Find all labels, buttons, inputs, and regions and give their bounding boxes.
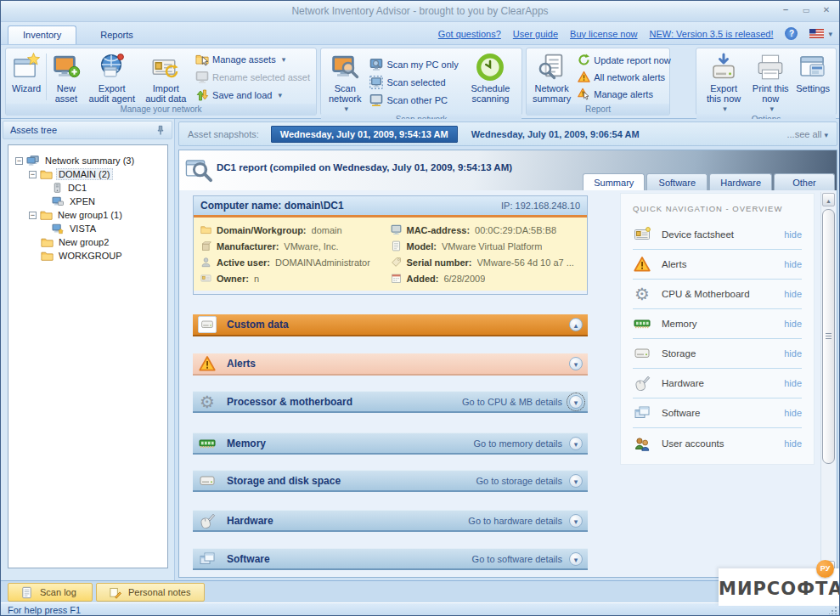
go-to-memory-details-link[interactable]: Go to memory details bbox=[473, 438, 562, 449]
wizard-button[interactable]: Wizard bbox=[8, 50, 44, 104]
maximize-button[interactable] bbox=[798, 3, 814, 17]
section-memory[interactable]: Memory Go to memory details bbox=[193, 432, 588, 455]
hide-link[interactable]: hide bbox=[784, 348, 802, 359]
go-to-cpu-details-link[interactable]: Go to CPU & MB details bbox=[462, 397, 562, 407]
tree-item-label[interactable]: XPEN bbox=[68, 196, 97, 206]
rename-asset-button[interactable]: Rename selected asset bbox=[195, 71, 310, 84]
quicknav-alerts[interactable]: Alerts hide bbox=[633, 250, 802, 280]
snapshot-previous[interactable]: Wednesday, July 01, 2009, 9:06:54 AM bbox=[471, 129, 640, 139]
expand-chevron-icon[interactable] bbox=[569, 514, 583, 528]
new-asset-button[interactable]: New asset bbox=[48, 50, 84, 104]
scan-my-pc-button[interactable]: Scan my PC only bbox=[369, 58, 458, 71]
section-hardware[interactable]: Hardware Go to hardware details bbox=[193, 510, 588, 532]
tree-item-network-summary[interactable]: Network summary (3) bbox=[10, 154, 166, 167]
scrollbar-thumb[interactable] bbox=[822, 209, 835, 464]
link-new-version[interactable]: NEW: Version 3.5 is released! bbox=[650, 29, 774, 39]
tree-item-label[interactable]: Network summary (3) bbox=[43, 155, 136, 166]
settings-button[interactable]: Settings bbox=[792, 50, 833, 114]
scan-log-tab[interactable]: Scan log bbox=[8, 583, 93, 602]
tree-item-workgroup[interactable]: WORKGROUP bbox=[10, 249, 166, 263]
hide-link[interactable]: hide bbox=[784, 408, 802, 418]
all-network-alerts-button[interactable]: All network alerts bbox=[578, 71, 671, 83]
tree-item-label[interactable]: WORKGROUP bbox=[57, 251, 124, 261]
quicknav-user-accounts[interactable]: User accounts hide bbox=[633, 428, 802, 458]
go-to-storage-details-link[interactable]: Go to storage details bbox=[476, 476, 562, 486]
hide-link[interactable]: hide bbox=[784, 319, 802, 329]
tree-item-label[interactable]: New group1 (1) bbox=[56, 210, 124, 220]
expand-chevron-icon[interactable] bbox=[569, 437, 583, 450]
quicknav-software[interactable]: Software hide bbox=[633, 398, 802, 428]
resize-grip[interactable] bbox=[829, 607, 837, 614]
help-icon[interactable] bbox=[785, 27, 798, 40]
software-icon bbox=[198, 551, 217, 568]
tree-expander-icon[interactable] bbox=[29, 212, 37, 219]
tree-item-vista[interactable]: VISTA bbox=[10, 222, 166, 235]
section-custom-data[interactable]: Custom data bbox=[193, 314, 588, 336]
tab-reports[interactable]: Reports bbox=[86, 26, 148, 44]
close-button[interactable] bbox=[819, 3, 834, 17]
scroll-up-icon[interactable] bbox=[822, 193, 835, 206]
hide-link[interactable]: hide bbox=[784, 438, 802, 449]
vertical-scrollbar[interactable] bbox=[820, 192, 835, 575]
export-this-now-button[interactable]: Export this now bbox=[699, 50, 748, 114]
scan-other-pc-button[interactable]: Scan other PC bbox=[369, 93, 458, 107]
tree-item-domain[interactable]: DOMAIN (2) bbox=[10, 167, 166, 181]
expand-chevron-icon[interactable] bbox=[569, 552, 583, 566]
tree-item-xpen[interactable]: XPEN bbox=[10, 195, 166, 208]
language-flag-dropdown[interactable] bbox=[809, 29, 832, 38]
schedule-scanning-button[interactable]: Schedule scanning bbox=[462, 50, 519, 114]
collapse-chevron-icon[interactable] bbox=[569, 318, 583, 331]
link-buy-license[interactable]: Buy license now bbox=[570, 29, 638, 39]
tree-expander-icon[interactable] bbox=[29, 171, 37, 178]
hide-link[interactable]: hide bbox=[784, 259, 802, 269]
section-alerts[interactable]: Alerts bbox=[193, 353, 588, 376]
tab-other[interactable]: Other bbox=[774, 173, 835, 190]
go-to-hardware-details-link[interactable]: Go to hardware details bbox=[468, 516, 562, 526]
tree-item-label[interactable]: VISTA bbox=[68, 223, 98, 234]
go-to-software-details-link[interactable]: Go to software details bbox=[472, 554, 562, 564]
link-user-guide[interactable]: User guide bbox=[513, 29, 558, 39]
hide-link[interactable]: hide bbox=[784, 289, 802, 299]
tree-item-new-group2[interactable]: New group2 bbox=[10, 235, 166, 249]
quicknav-memory[interactable]: Memory hide bbox=[633, 309, 802, 339]
tree-item-label[interactable]: DOMAIN (2) bbox=[56, 168, 113, 180]
personal-notes-tab[interactable]: Personal notes bbox=[96, 583, 205, 602]
expand-chevron-icon[interactable] bbox=[569, 395, 583, 409]
save-and-load-button[interactable]: Save and load bbox=[195, 88, 310, 102]
tab-software[interactable]: Software bbox=[646, 173, 708, 190]
hide-link[interactable]: hide bbox=[784, 378, 802, 388]
update-report-now-button[interactable]: Update report now bbox=[578, 54, 671, 66]
expand-chevron-icon[interactable] bbox=[569, 474, 583, 488]
section-software[interactable]: Software Go to software details bbox=[193, 548, 588, 570]
quicknav-device-factsheet[interactable]: Device factsheet hide bbox=[633, 220, 802, 250]
scan-selected-button[interactable]: Scan selected bbox=[369, 76, 458, 89]
link-got-questions[interactable]: Got questions? bbox=[438, 29, 501, 39]
hide-link[interactable]: hide bbox=[784, 229, 802, 240]
tab-inventory[interactable]: Inventory bbox=[8, 25, 76, 44]
tab-hardware[interactable]: Hardware bbox=[709, 173, 772, 190]
import-audit-data-button[interactable]: Import audit data bbox=[140, 50, 192, 104]
tab-summary[interactable]: Summary bbox=[583, 173, 645, 190]
quicknav-cpu-motherboard[interactable]: CPU & Motherboard hide bbox=[633, 280, 802, 309]
tree-item-dc1[interactable]: DC1 bbox=[10, 181, 166, 195]
tree-item-label[interactable]: New group2 bbox=[57, 237, 110, 247]
tree-item-new-group1[interactable]: New group1 (1) bbox=[10, 208, 166, 222]
tree-item-label[interactable]: DC1 bbox=[66, 183, 88, 193]
quicknav-hardware[interactable]: Hardware hide bbox=[633, 369, 802, 398]
print-this-now-button[interactable]: Print this now bbox=[748, 50, 792, 114]
export-audit-agent-button[interactable]: Export audit agent bbox=[84, 50, 140, 104]
manage-assets-button[interactable]: Manage assets bbox=[195, 53, 310, 66]
server-icon bbox=[52, 182, 63, 194]
section-storage[interactable]: Storage and disk space Go to storage det… bbox=[193, 470, 588, 492]
tree-expander-icon[interactable] bbox=[15, 157, 23, 165]
scan-network-button[interactable]: Scan network bbox=[324, 50, 366, 114]
pin-icon[interactable] bbox=[155, 125, 166, 137]
snapshot-current[interactable]: Wednesday, July 01, 2009, 9:54:13 AM bbox=[271, 126, 458, 143]
minimize-button[interactable] bbox=[778, 3, 793, 17]
manage-alerts-button[interactable]: Manage alerts bbox=[578, 88, 671, 100]
see-all-snapshots-link[interactable]: ...see all bbox=[787, 129, 829, 139]
network-summary-button[interactable]: Network summary bbox=[529, 50, 574, 104]
quicknav-storage[interactable]: Storage hide bbox=[633, 339, 802, 369]
section-processor-motherboard[interactable]: Processor & motherboard Go to CPU & MB d… bbox=[193, 391, 588, 413]
expand-chevron-icon[interactable] bbox=[569, 357, 583, 370]
